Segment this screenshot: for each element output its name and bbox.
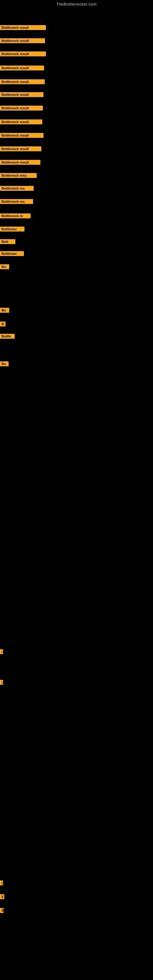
- bottleneck-result-label: Bottleneck res: [0, 199, 33, 204]
- bottleneck-result-label: Bottleneck result: [0, 119, 42, 124]
- bottleneck-result-label: Bottleneck result: [0, 133, 43, 138]
- bottleneck-result-label: Bottleneck res: [0, 186, 33, 191]
- bottleneck-result-label: Bottlenec: [0, 251, 24, 256]
- bottleneck-result-label: Bottleneck resu: [0, 173, 37, 178]
- bottleneck-result-label: Bottleneck result: [0, 92, 43, 97]
- bottleneck-result-label: Bottle: [0, 334, 15, 339]
- bottleneck-result-label: E: [0, 894, 4, 899]
- bottleneck-result-label: Bottleneck result: [0, 25, 46, 30]
- bottleneck-result-label: B: [0, 908, 4, 913]
- bottleneck-result-label: |: [0, 649, 3, 654]
- bottleneck-result-label: Bott: [0, 239, 15, 244]
- bottleneck-result-label: Bo: [0, 308, 9, 313]
- bottleneck-result-label: |: [0, 880, 3, 885]
- bottleneck-result-label: |: [0, 680, 3, 685]
- site-title: TheBottlenecker.com: [0, 0, 153, 8]
- bottleneck-result-label: Bo: [0, 264, 9, 269]
- bottleneck-result-label: Bottleneck result: [0, 79, 45, 84]
- bottleneck-result-label: Bottlenec: [0, 227, 24, 232]
- bottleneck-result-label: Bottleneck result: [0, 51, 46, 56]
- bottleneck-result-label: Bottleneck result: [0, 65, 44, 70]
- bottleneck-result-label: Bottleneck result: [0, 38, 45, 43]
- bottleneck-result-label: Bottleneck result: [0, 160, 40, 165]
- bottleneck-result-label: Bottleneck result: [0, 106, 43, 111]
- bottleneck-result-label: Bo: [0, 361, 9, 366]
- bottleneck-result-label: Bottleneck result: [0, 146, 41, 151]
- bottleneck-result-label: Bottleneck re: [0, 213, 30, 218]
- bottleneck-result-label: B: [0, 321, 5, 326]
